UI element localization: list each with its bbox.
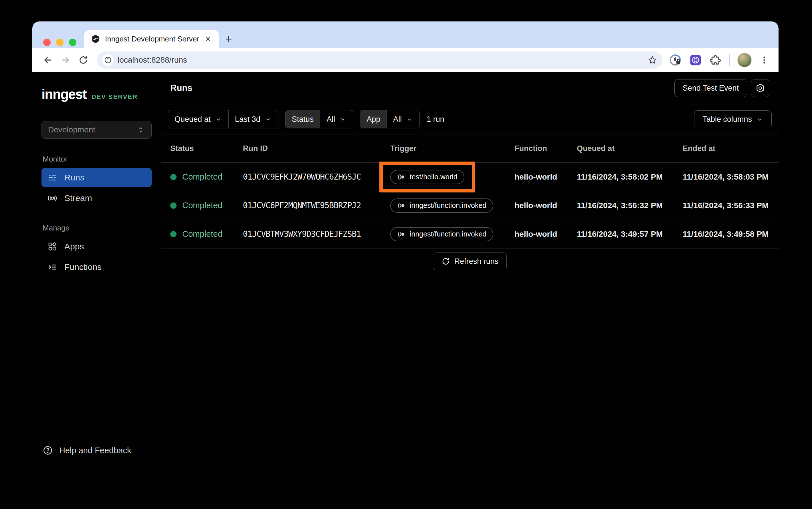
status-cell: Completed: [170, 229, 243, 239]
sidebar-item-label: Runs: [64, 173, 85, 182]
sidebar-item-stream[interactable]: Stream: [41, 189, 152, 208]
chevron-down-icon: [406, 115, 413, 123]
maximize-window-button[interactable]: [69, 39, 76, 46]
tab-close-icon[interactable]: [204, 35, 212, 43]
event-broadcast-icon: [397, 231, 406, 238]
refresh-runs-button[interactable]: Refresh runs: [433, 252, 507, 270]
password-manager-extension-icon[interactable]: [669, 54, 682, 67]
table-columns-button[interactable]: Table columns: [694, 110, 772, 128]
app-filter-dropdown[interactable]: All: [387, 110, 419, 128]
help-and-feedback[interactable]: Help and Feedback: [41, 445, 152, 468]
trigger-badge[interactable]: inngest/function.invoked: [390, 227, 493, 241]
column-header-status: Status: [170, 144, 243, 153]
function-cell: hello-world: [514, 201, 577, 210]
status-filter-label: Status: [286, 110, 320, 128]
chevron-down-icon: [215, 115, 222, 123]
trigger-cell: inngest/function.invoked: [390, 227, 514, 241]
timestamp-field-dropdown[interactable]: Queued at: [168, 110, 228, 128]
app-filter-group: App All: [360, 110, 420, 128]
page-title: Runs: [170, 83, 193, 93]
app-filter-value: All: [393, 115, 402, 124]
trigger-badge[interactable]: inngest/function.invoked: [390, 199, 493, 213]
sidebar: inngest DEV SERVER Development Monitor R…: [32, 72, 161, 468]
close-window-button[interactable]: [43, 39, 51, 46]
trigger-label: inngest/function.invoked: [410, 230, 486, 238]
timestamp-field-label: Queued at: [174, 115, 210, 124]
status-filter-dropdown[interactable]: All: [320, 110, 353, 128]
purple-extension-icon[interactable]: [689, 54, 702, 66]
sidebar-item-apps[interactable]: Apps: [41, 237, 152, 256]
ended-at-cell: 11/16/2024, 3:49:58 PM: [683, 230, 779, 239]
trigger-label: test/hello.world: [410, 173, 457, 181]
queued-at-cell: 11/16/2024, 3:49:57 PM: [577, 230, 683, 239]
browser-tab[interactable]: Inngest Development Server: [84, 30, 219, 48]
forward-icon[interactable]: [58, 53, 73, 67]
section-label-monitor: Monitor: [43, 155, 152, 164]
status-text: Completed: [182, 201, 222, 210]
runs-icon: [47, 172, 58, 183]
status-text: Completed: [182, 229, 222, 239]
toolbar-separator: [729, 54, 730, 66]
column-header-function: Function: [514, 144, 577, 153]
chevron-down-icon: [339, 115, 347, 123]
profile-avatar[interactable]: [737, 53, 752, 67]
time-range-value: Last 3d: [235, 115, 260, 124]
back-icon[interactable]: [40, 53, 55, 67]
browser-menu-kebab-icon[interactable]: [759, 55, 769, 65]
environment-select[interactable]: Development: [41, 121, 152, 139]
sidebar-item-label: Stream: [64, 193, 92, 203]
chevron-down-icon: [756, 115, 764, 123]
status-cell: Completed: [170, 201, 243, 210]
status-text: Completed: [182, 172, 222, 181]
site-info-icon[interactable]: [102, 54, 113, 66]
help-label: Help and Feedback: [59, 446, 131, 455]
run-id-cell: 01JCVC9EFKJ2W70WQHC6ZH6SJC: [243, 172, 390, 181]
url-text[interactable]: localhost:8288/runs: [118, 56, 644, 65]
settings-button[interactable]: [751, 79, 769, 97]
time-range-dropdown[interactable]: Last 3d: [229, 110, 278, 128]
address-bar[interactable]: localhost:8288/runs: [97, 52, 662, 69]
filter-bar: Queued at Last 3d Status All: [161, 104, 779, 134]
chevron-updown-icon: [136, 126, 145, 134]
stream-icon: [47, 193, 58, 203]
window-controls: [43, 39, 76, 46]
time-filter-group: Queued at Last 3d: [168, 110, 279, 128]
main-content: Runs Send Test Event Queued at L: [161, 72, 779, 468]
bookmark-star-icon[interactable]: [648, 55, 657, 65]
column-header-queued-at: Queued at: [577, 144, 683, 153]
extensions-puzzle-icon[interactable]: [709, 54, 721, 66]
environment-select-value: Development: [48, 125, 95, 134]
trigger-badge[interactable]: test/hello.world: [390, 170, 464, 184]
trigger-cell: inngest/function.invoked: [390, 199, 514, 213]
inngest-favicon-icon: [91, 34, 100, 44]
reload-icon[interactable]: [76, 53, 91, 67]
browser-window: Inngest Development Server localhost:828…: [32, 22, 779, 468]
send-test-event-button[interactable]: Send Test Event: [674, 79, 747, 97]
event-broadcast-icon: [397, 202, 406, 209]
event-broadcast-icon: [397, 173, 406, 181]
table-row[interactable]: Completed 01JCVC9EFKJ2W70WQHC6ZH6SJC tes…: [161, 163, 779, 191]
status-cell: Completed: [170, 172, 243, 181]
sidebar-item-label: Functions: [64, 262, 102, 272]
run-count: 1 run: [427, 115, 444, 124]
new-tab-button[interactable]: [223, 34, 234, 44]
trigger-label: inngest/function.invoked: [410, 201, 486, 210]
run-id-cell: 01JCVC6PF2MQNMTWE95BBRZPJ2: [243, 201, 390, 210]
function-cell: hello-world: [514, 172, 577, 181]
table-row[interactable]: Completed 01JCVBTMV3WXY9D3CFDEJFZSB1 inn…: [161, 220, 779, 248]
column-header-run-id: Run ID: [243, 144, 390, 153]
tab-strip: Inngest Development Server: [32, 22, 779, 48]
help-icon: [43, 445, 53, 455]
chevron-down-icon: [264, 115, 272, 123]
sidebar-item-runs[interactable]: Runs: [41, 168, 152, 187]
column-header-ended-at: Ended at: [683, 144, 779, 153]
refresh-runs-label: Refresh runs: [454, 257, 499, 266]
status-filter-group: Status All: [285, 110, 353, 128]
browser-toolbar: localhost:8288/runs: [32, 48, 779, 72]
sidebar-item-functions[interactable]: Functions: [41, 258, 152, 276]
trigger-cell: test/hello.world: [390, 170, 514, 184]
sidebar-item-label: Apps: [64, 242, 84, 251]
table-row[interactable]: Completed 01JCVC6PF2MQNMTWE95BBRZPJ2 inn…: [161, 191, 779, 220]
run-id-cell: 01JCVBTMV3WXY9D3CFDEJFZSB1: [243, 229, 390, 239]
minimize-window-button[interactable]: [56, 39, 64, 46]
